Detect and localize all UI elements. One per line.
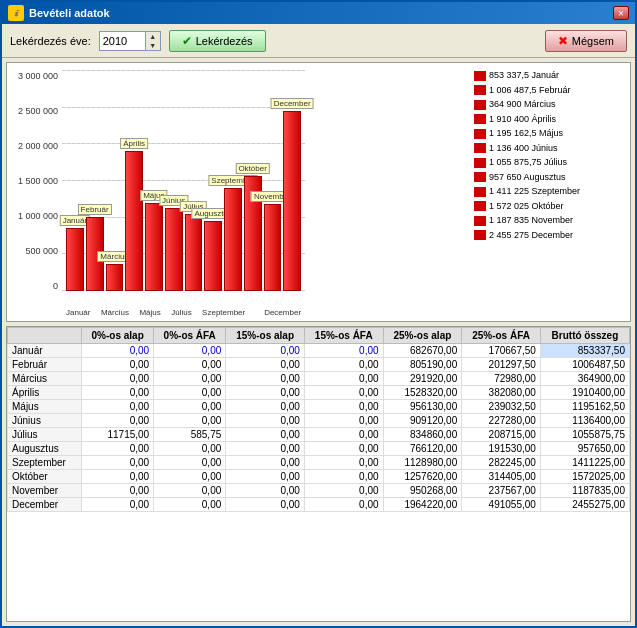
cell-value: 909120,00 xyxy=(383,414,462,428)
x-label-mar: Március xyxy=(101,308,129,317)
cell-value: 0,00 xyxy=(154,456,226,470)
bar-január[interactable]: Január xyxy=(66,228,84,291)
cell-value: 0,00 xyxy=(226,484,305,498)
legend-text-8: 1 411 225 Szeptember xyxy=(489,185,580,199)
legend-text-9: 1 572 025 Október xyxy=(489,200,564,214)
cell-value: 1195162,50 xyxy=(540,400,629,414)
table-row[interactable]: December0,000,000,000,001964220,00491055… xyxy=(8,498,630,512)
bar-szeptember[interactable]: Szeptember xyxy=(224,188,242,291)
cell-value: 11715,00 xyxy=(82,428,154,442)
col-header-vat0: 0%-os ÁFA xyxy=(154,328,226,344)
cell-value: 0,00 xyxy=(304,428,383,442)
legend-text-4: 1 195 162,5 Május xyxy=(489,127,563,141)
cell-value: 491055,00 xyxy=(462,498,541,512)
x-label-sep: Szeptember xyxy=(202,308,245,317)
legend-color-4 xyxy=(474,129,486,139)
year-decrement-button[interactable]: ▼ xyxy=(146,41,160,50)
cell-month: Szeptember xyxy=(8,456,82,470)
table-row[interactable]: Október0,000,000,000,001257620,00314405,… xyxy=(8,470,630,484)
bar-augusztus[interactable]: Augusztus xyxy=(204,221,222,291)
cell-value: 237567,00 xyxy=(462,484,541,498)
cell-month: Január xyxy=(8,344,82,358)
table-header-row: 0%-os alap 0%-os ÁFA 15%-os alap 15%-os … xyxy=(8,328,630,344)
bar-group-január: Január xyxy=(66,71,84,291)
bar-március[interactable]: Március xyxy=(106,264,124,291)
cancel-button[interactable]: ✖ Mégsem xyxy=(545,30,627,52)
cell-value: 0,00 xyxy=(304,470,383,484)
legend-color-3 xyxy=(474,114,486,124)
cell-month: Július xyxy=(8,428,82,442)
bar-október[interactable]: Október xyxy=(244,176,262,291)
cell-month: November xyxy=(8,484,82,498)
legend-color-8 xyxy=(474,187,486,197)
cell-value: 0,00 xyxy=(82,358,154,372)
cell-month: Április xyxy=(8,386,82,400)
table-area[interactable]: 0%-os alap 0%-os ÁFA 15%-os alap 15%-os … xyxy=(6,326,631,622)
bar-június[interactable]: Június xyxy=(165,208,183,291)
table-row[interactable]: November0,000,000,000,00950268,00237567,… xyxy=(8,484,630,498)
cell-value: 585,75 xyxy=(154,428,226,442)
table-row[interactable]: Augusztus0,000,000,000,00766120,00191530… xyxy=(8,442,630,456)
table-row[interactable]: Július11715,00585,750,000,00834860,00208… xyxy=(8,428,630,442)
cell-value: 0,00 xyxy=(304,484,383,498)
cell-value: 208715,00 xyxy=(462,428,541,442)
toolbar: Lekérdezés éve: ▲ ▼ ✔ Lekérdezés ✖ Mégse… xyxy=(2,24,635,58)
cell-value: 1128980,00 xyxy=(383,456,462,470)
cell-value: 0,00 xyxy=(304,498,383,512)
cell-value: 0,00 xyxy=(226,414,305,428)
cell-value: 0,00 xyxy=(82,386,154,400)
cell-value: 0,00 xyxy=(304,386,383,400)
bar-július[interactable]: Július xyxy=(185,214,203,291)
cell-value: 0,00 xyxy=(82,344,154,358)
cell-value: 201297,50 xyxy=(462,358,541,372)
year-spinner: ▲ ▼ xyxy=(145,32,160,50)
legend-color-10 xyxy=(474,216,486,226)
cell-value: 191530,00 xyxy=(462,442,541,456)
cell-value: 0,00 xyxy=(154,372,226,386)
x-label-feb xyxy=(92,308,98,317)
table-row[interactable]: Április0,000,000,000,001528320,00382080,… xyxy=(8,386,630,400)
cell-value: 170667,50 xyxy=(462,344,541,358)
check-icon: ✔ xyxy=(182,34,192,48)
table-row[interactable]: Május0,000,000,000,00956130,00239032,501… xyxy=(8,400,630,414)
bar-december[interactable]: December xyxy=(283,111,301,291)
cell-value: 0,00 xyxy=(82,414,154,428)
cell-value: 0,00 xyxy=(304,414,383,428)
cell-month: Május xyxy=(8,400,82,414)
cell-value: 956130,00 xyxy=(383,400,462,414)
y-label-4: 2 000 000 xyxy=(18,141,58,151)
table-row[interactable]: Június0,000,000,000,00909120,00227280,00… xyxy=(8,414,630,428)
y-label-5: 2 500 000 xyxy=(18,106,58,116)
table-row[interactable]: Szeptember0,000,000,000,001128980,002822… xyxy=(8,456,630,470)
year-input[interactable] xyxy=(100,34,145,48)
legend-color-7 xyxy=(474,172,486,182)
legend-item-11: 2 455 275 December xyxy=(474,229,626,243)
cell-value: 0,00 xyxy=(154,400,226,414)
bar-április[interactable]: Április xyxy=(125,151,143,291)
table-row[interactable]: Február0,000,000,000,00805190,00201297,5… xyxy=(8,358,630,372)
y-label-1: 500 000 xyxy=(25,246,58,256)
legend-color-0 xyxy=(474,71,486,81)
legend-text-7: 957 650 Augusztus xyxy=(489,171,566,185)
legend-item-6: 1 055 875,75 Július xyxy=(474,156,626,170)
cell-month: December xyxy=(8,498,82,512)
legend-item-5: 1 136 400 Június xyxy=(474,142,626,156)
legend-item-2: 364 900 Március xyxy=(474,98,626,112)
cell-value: 0,00 xyxy=(226,428,305,442)
table-row[interactable]: Március0,000,000,000,00291920,0072980,00… xyxy=(8,372,630,386)
table-row[interactable]: Január0,000,000,000,00682670,00170667,50… xyxy=(8,344,630,358)
bar-group-október: Október xyxy=(244,71,262,291)
query-button[interactable]: ✔ Lekérdezés xyxy=(169,30,266,52)
y-label-3: 1 500 000 xyxy=(18,176,58,186)
year-increment-button[interactable]: ▲ xyxy=(146,32,160,41)
x-label-jul: Július xyxy=(171,308,191,317)
bar-november[interactable]: November xyxy=(264,204,282,291)
cell-value: 0,00 xyxy=(82,484,154,498)
bar-május[interactable]: Május xyxy=(145,203,163,291)
col-header-vat25: 25%-os ÁFA xyxy=(462,328,541,344)
cell-value: 364900,00 xyxy=(540,372,629,386)
bar-február[interactable]: Február xyxy=(86,217,104,291)
x-label-aug xyxy=(194,308,200,317)
cell-value: 291920,00 xyxy=(383,372,462,386)
window-close-button[interactable]: × xyxy=(613,6,629,20)
